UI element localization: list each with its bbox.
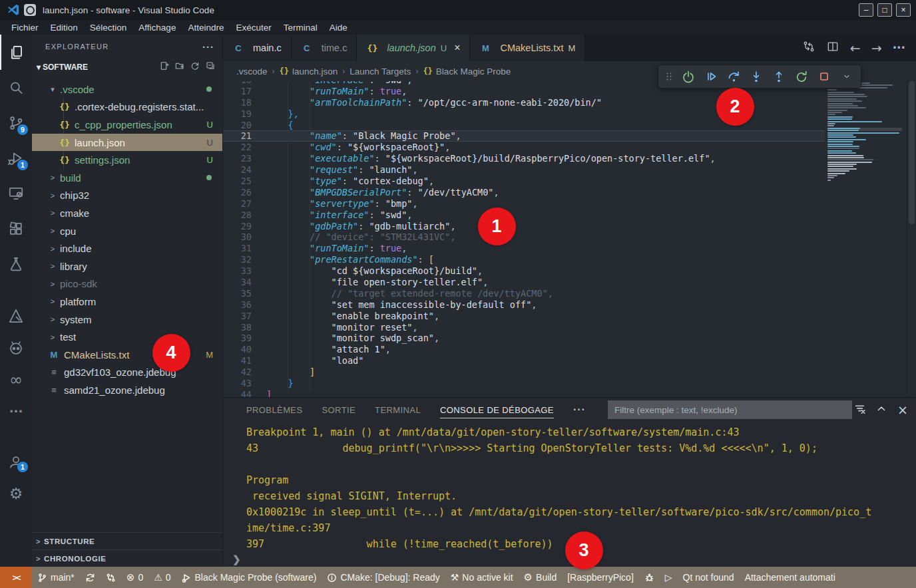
tab-launch-json[interactable]: {}launch.jsonU× <box>357 35 470 61</box>
compare-editor-icon[interactable] <box>802 40 815 57</box>
code-line-41[interactable]: 41 "load" <box>223 355 825 367</box>
tree-item-platform[interactable]: >platform <box>32 293 222 311</box>
status-qt-not-found[interactable]: Qt not found <box>678 567 740 588</box>
tree-item-samd21-ozone-jdebug[interactable]: ≡samd21_ozone.jdebug <box>32 381 222 399</box>
tree-item-chip32[interactable]: >chip32 <box>32 187 222 205</box>
power-button[interactable] <box>678 67 698 86</box>
panel-tab-console-de-d-bogage[interactable]: CONSOLE DE DÉBOGAGE <box>440 398 554 422</box>
explorer-more-icon[interactable]: ··· <box>202 41 214 53</box>
code-line-37[interactable]: 37 "enable breakpoint", <box>223 311 825 322</box>
status-0[interactable]: ⊗0 <box>121 567 148 588</box>
code-line-31[interactable]: 31 "runToMain": true, <box>223 243 825 254</box>
close-button[interactable]: × <box>896 3 911 17</box>
activity-visual-studio-icon[interactable]: ∞ <box>0 364 32 396</box>
activity-remote-explorer-icon[interactable] <box>0 176 32 211</box>
tree-item-launch-json[interactable]: {}launch.jsonU <box>32 134 222 152</box>
status-bug[interactable] <box>639 567 660 588</box>
code-line-40[interactable]: 40 "attach 1", <box>223 344 825 355</box>
step-over-button[interactable] <box>724 67 744 86</box>
code-line-35[interactable]: 35 // "target extended-remote /dev/ttyAC… <box>223 288 825 299</box>
folder-section-row[interactable]: ▾ SOFTWARE <box>32 59 222 75</box>
maximize-button[interactable]: □ <box>877 3 892 17</box>
activity-extensions-icon[interactable] <box>0 211 32 246</box>
code-line-44[interactable]: 44] <box>223 389 825 397</box>
tree-item-cortex-debug-registers-stat[interactable]: {}.cortex-debug.registers.stat... <box>32 98 222 116</box>
scrollbar-thumb[interactable] <box>909 81 915 224</box>
code-line-42[interactable]: 42 ] <box>223 367 825 378</box>
activity-more-icon[interactable]: ··· <box>0 396 32 428</box>
tree-item-cmakelists-txt[interactable]: MCMakeLists.txtM <box>32 346 222 364</box>
code-line-28[interactable]: 28 "interface": "swd", <box>223 210 825 221</box>
menu-item-ex-cuter[interactable]: Exécuter <box>230 23 277 33</box>
tab-cmakelists-txt[interactable]: MCMakeLists.txtM <box>470 35 585 61</box>
minimap[interactable] <box>827 82 902 182</box>
arrow-left-icon[interactable]: ← <box>850 41 861 56</box>
menu-item-aide[interactable]: Aide <box>324 23 353 33</box>
status-cmake-debug-ready[interactable]: CMake: [Debug]: Ready <box>322 567 445 588</box>
code-line-34[interactable]: 34 "file open-story-teller.elf", <box>223 277 825 288</box>
refresh-icon[interactable] <box>190 61 200 73</box>
menu-item-affichage[interactable]: Affichage <box>132 23 182 33</box>
tree-item-include[interactable]: >include <box>32 239 222 257</box>
breadcrumb-item-black-magic-probe[interactable]: {}Black Magic Probe <box>423 67 511 76</box>
close-tab-icon[interactable]: × <box>454 42 460 54</box>
tree-item-library[interactable]: >library <box>32 257 222 275</box>
tree-item-cmake[interactable]: >cmake <box>32 204 222 222</box>
filter-clear-icon[interactable] <box>854 403 865 417</box>
code-line-39[interactable]: 39 "monitor swdp_scan", <box>223 333 825 344</box>
step-out-button[interactable] <box>769 67 789 86</box>
status-sync[interactable] <box>80 567 101 588</box>
split-editor-icon[interactable] <box>826 40 839 57</box>
new-folder-icon[interactable] <box>174 61 185 73</box>
status-black-magic-probe-software[interactable]: Black Magic Probe (software) <box>176 567 322 588</box>
debug-console-filter-input[interactable] <box>608 400 852 419</box>
step-into-button[interactable] <box>746 67 766 86</box>
new-file-icon[interactable] <box>159 61 170 73</box>
activity-explorer-icon[interactable] <box>0 35 32 70</box>
panel-more-icon[interactable]: ··· <box>573 404 586 416</box>
tree-item-vscode[interactable]: ▾.vscode <box>32 80 222 98</box>
tree-item-gd32vf103-ozone-jdebug[interactable]: ≡gd32vf103_ozone.jdebug <box>32 364 222 382</box>
tree-item-system[interactable]: >system <box>32 311 222 329</box>
collapse-all-icon[interactable] <box>205 61 216 73</box>
menu-item-edition[interactable]: Edition <box>45 23 84 33</box>
activity-platformio-icon[interactable] <box>0 332 32 364</box>
menu-item-s-lection[interactable]: Sélection <box>84 23 133 33</box>
more-h-icon[interactable]: ··· <box>893 41 905 55</box>
code-line-33[interactable]: 33 "cd ${workspaceRoot}/build", <box>223 265 825 277</box>
status-no-active-kit[interactable]: ⚒No active kit <box>445 567 519 588</box>
status-main[interactable]: main* <box>32 567 80 588</box>
continue-button[interactable] <box>701 67 721 86</box>
status-attachement-automati[interactable]: Attachement automati <box>740 567 841 588</box>
code-line-27[interactable]: 27 "servertype": "bmp", <box>223 198 825 210</box>
code-editor[interactable]: 16 "interface": "swd",17 "runToMain": tr… <box>223 81 916 397</box>
menu-item-terminal[interactable]: Terminal <box>278 23 324 33</box>
restart-button[interactable] <box>792 67 811 86</box>
tree-item-build[interactable]: >build <box>32 169 222 187</box>
code-line-43[interactable]: 43 } <box>223 378 825 389</box>
code-line-26[interactable]: 26 "BMPGDBSerialPort": "/dev/ttyACM0", <box>223 187 825 198</box>
chevron-down-button[interactable] <box>837 67 857 86</box>
close-icon[interactable]: × <box>897 402 908 417</box>
activity-settings-icon[interactable]: ⚙ <box>0 478 32 510</box>
activity-accounts-icon[interactable]: 1 <box>0 446 32 478</box>
status-build[interactable]: ⚙Build <box>519 567 563 588</box>
code-line-32[interactable]: 32 "preRestartCommands": [ <box>223 254 825 265</box>
status-play[interactable]: ▷ <box>660 567 678 588</box>
section-structure[interactable]: >STRUCTURE <box>32 532 222 549</box>
status-0[interactable]: ⚠0 <box>148 567 176 588</box>
code-line-30[interactable]: 30 // "device": "STM32L431VC", <box>223 231 825 243</box>
activity-run-and-debug-icon[interactable]: 1 <box>0 140 32 176</box>
activity-search-icon[interactable] <box>0 70 32 105</box>
editor-scrollbar[interactable] <box>907 81 916 397</box>
menu-item-atteindre[interactable]: Atteindre <box>182 23 230 33</box>
code-line-22[interactable]: 22 "cwd": "${workspaceRoot}", <box>223 142 825 153</box>
chevron-up-icon[interactable] <box>876 403 887 416</box>
panel-tab-terminal[interactable]: TERMINAL <box>375 398 421 422</box>
tree-item-c-cpp-properties-json[interactable]: {}c_cpp_properties.jsonU <box>32 116 222 134</box>
breadcrumb-item-launch-json[interactable]: {}launch.json <box>280 67 338 76</box>
panel-tab-sortie[interactable]: SORTIE <box>322 398 356 422</box>
activity-testing-icon[interactable] <box>0 246 32 281</box>
code-line-25[interactable]: 25 "type": "cortex-debug", <box>223 176 825 187</box>
status-raspberrypico[interactable]: [RaspberryPico] <box>562 567 639 588</box>
